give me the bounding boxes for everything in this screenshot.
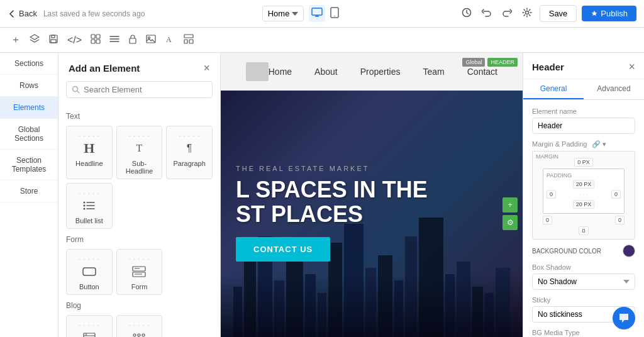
box-shadow-select[interactable]: No Shadow [532, 273, 635, 290]
grid-button[interactable] [87, 31, 104, 50]
font-button[interactable]: A [162, 31, 178, 50]
bg-color-label: BACKGROUND COLOR [532, 248, 601, 255]
nav-team[interactable]: Team [423, 67, 445, 77]
code-button[interactable]: </> [64, 31, 85, 49]
padding-top-val: 20 PX [573, 180, 595, 189]
add-panel-close-button[interactable]: × [203, 62, 210, 75]
bg-media-type-label: BG Media Type [532, 329, 635, 336]
undo-button[interactable] [479, 5, 494, 22]
hero-section: THE REAL ESTATE MARKET L SPACES IN THE S… [221, 91, 523, 337]
svg-rect-12 [130, 38, 136, 43]
side-tool-add[interactable]: + [502, 197, 518, 213]
layout-button[interactable] [180, 31, 197, 50]
tablet-device-button[interactable] [328, 4, 341, 23]
home-dropdown[interactable]: Home [262, 6, 304, 21]
layers-button[interactable] [26, 31, 43, 50]
element-name-input[interactable] [532, 118, 635, 134]
margin-padding-label: Margin & Padding 🔗 ▾ [532, 140, 635, 148]
category-nav-element[interactable]: · · · · · Category Navigation [116, 315, 163, 337]
save-tool-button[interactable] [45, 31, 62, 50]
right-panel: Header × General Advanced Element name M… [523, 53, 644, 337]
svg-point-2 [335, 16, 336, 17]
margin-left-val: 0 [543, 216, 552, 224]
category-nav-icon [121, 329, 158, 337]
nav-properties[interactable]: Properties [360, 67, 401, 77]
bg-color-swatch[interactable] [623, 245, 635, 257]
website-preview: Home About Properties Team Contact Globa… [221, 53, 523, 337]
tabs-row: General Advanced [523, 79, 644, 100]
button-icon [70, 263, 108, 280]
add-tool-button[interactable]: ＋ [8, 30, 24, 50]
headline-element[interactable]: · · · · · H Headline [66, 126, 113, 179]
svg-point-20 [83, 202, 85, 204]
text-section-label: Text [66, 112, 213, 121]
hero-title-line2: ST PLACES [236, 201, 363, 227]
main-layout: Sections Rows Elements Global Sections S… [0, 53, 644, 337]
back-button[interactable]: Back [8, 9, 37, 18]
button-dots: · · · · · [70, 256, 108, 263]
form-label: Form [121, 283, 158, 290]
bg-color-row: BACKGROUND COLOR [532, 245, 635, 257]
box-shadow-label: Box Shadow [532, 263, 635, 271]
headline-dots: · · · · · [70, 133, 108, 140]
search-box [66, 81, 213, 98]
undo-icon [482, 8, 492, 18]
hero-subtitle: THE REAL ESTATE MARKET [236, 165, 508, 172]
second-toolbar: ＋ </> A [0, 28, 644, 53]
svg-rect-10 [91, 40, 95, 43]
site-logo [246, 62, 269, 81]
lock-button[interactable] [125, 31, 140, 50]
chevron-down-icon [292, 12, 298, 16]
padding-right-val: 0 [611, 190, 621, 199]
sections-button[interactable] [106, 31, 123, 50]
publish-button[interactable]: Publish [582, 6, 636, 21]
save-button[interactable]: Save [540, 5, 577, 22]
paragraph-element[interactable]: · · · · · ¶ Paragraph [166, 126, 213, 179]
svg-point-4 [525, 11, 528, 14]
right-panel-close-button[interactable]: × [628, 60, 635, 74]
tab-general[interactable]: General [523, 79, 584, 99]
site-header[interactable]: Home About Properties Team Contact Globa… [221, 53, 523, 91]
desktop-icon [311, 8, 323, 18]
svg-rect-8 [91, 35, 95, 38]
global-badge: Global [462, 58, 485, 67]
sidebar-item-global-sections[interactable]: Global Sections [0, 119, 58, 150]
redo-button[interactable] [499, 5, 514, 22]
tab-advanced[interactable]: Advanced [584, 79, 644, 99]
svg-rect-0 [312, 8, 322, 15]
bullet-list-icon [70, 197, 108, 214]
side-tool-settings[interactable]: ⚙ [502, 215, 518, 230]
sub-headline-element[interactable]: · · · · · T Sub-Headline [116, 126, 163, 179]
saved-text: Last saved a few seconds ago [43, 9, 145, 18]
category-nav-dots: · · · · · [121, 322, 158, 329]
chat-button[interactable] [613, 307, 635, 329]
nav-home[interactable]: Home [269, 67, 292, 77]
top-bar: Back Last saved a few seconds ago Home [0, 0, 644, 28]
blog-posts-element[interactable]: · · · · · Blog Posts [66, 315, 113, 337]
paragraph-dots: · · · · · [170, 133, 208, 140]
bullet-list-element[interactable]: · · · · · Bullet list [66, 183, 113, 229]
search-input[interactable] [84, 85, 207, 94]
form-element[interactable]: · · · · · Form [116, 249, 163, 295]
form-section-label: Form [66, 235, 213, 244]
sidebar-item-store[interactable]: Store [0, 180, 58, 202]
sidebar-item-rows[interactable]: Rows [0, 75, 58, 97]
button-element[interactable]: · · · · · Button [66, 249, 113, 295]
padding-center: · · · [577, 191, 591, 197]
layers-icon [30, 34, 40, 44]
bullet-grid: · · · · · Bullet list [66, 183, 213, 229]
sidebar-item-elements[interactable]: Elements [0, 97, 58, 119]
desktop-device-button[interactable] [309, 5, 325, 22]
settings-button[interactable] [519, 5, 535, 22]
nav-about[interactable]: About [314, 67, 338, 77]
nav-contact[interactable]: Contact [467, 67, 497, 77]
margin-bottom-val: 0 [579, 226, 588, 235]
history-button[interactable] [459, 5, 474, 22]
svg-point-30 [142, 334, 145, 336]
svg-text:A: A [166, 35, 172, 44]
top-bar-right: Save Publish [459, 5, 636, 22]
sidebar-item-section-templates[interactable]: Section Templates [0, 150, 58, 180]
sidebar-item-sections[interactable]: Sections [0, 53, 58, 75]
hero-cta-button[interactable]: CONTACT US [236, 237, 330, 262]
image-tool-button[interactable] [143, 31, 159, 49]
